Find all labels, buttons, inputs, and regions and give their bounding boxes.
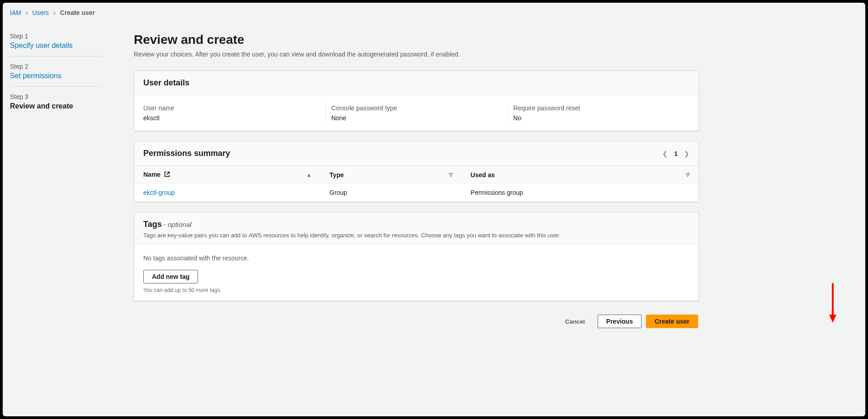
breadcrumb-iam[interactable]: IAM — [10, 9, 21, 16]
breadcrumb-current: Create user — [60, 9, 95, 16]
wizard-steps: Step 1 Specify user details Step 2 Set p… — [7, 33, 102, 328]
footer-actions: Cancel Previous Create user — [134, 311, 699, 328]
tags-panel: Tags - optional Tags are key-value pairs… — [134, 212, 699, 301]
permissions-summary-title: Permissions summary — [143, 149, 230, 158]
tags-description: Tags are key-value pairs you can add to … — [143, 232, 689, 239]
password-type-value: None — [331, 114, 502, 122]
no-tags-message: No tags associated with the resource. — [143, 252, 689, 270]
chevron-right-icon: › — [26, 9, 28, 16]
step2-link[interactable]: Set permissions — [10, 72, 61, 80]
reset-label: Require password reset — [513, 104, 684, 112]
page-description: Review your choices. After you create th… — [134, 51, 699, 58]
sort-icon: ▽ — [686, 172, 689, 178]
create-user-button[interactable]: Create user — [646, 315, 698, 328]
username-value: eksctl — [143, 114, 320, 122]
permissions-summary-panel: Permissions summary ❮ 1 ❯ Nam — [134, 141, 699, 202]
col-used-as[interactable]: Used as ▽ — [462, 166, 698, 184]
tags-optional: - optional — [162, 221, 192, 228]
sort-icon: ▽ — [449, 172, 453, 178]
user-details-title: User details — [143, 78, 189, 88]
reset-value: No — [513, 114, 684, 122]
page-number: 1 — [674, 150, 678, 157]
add-new-tag-button[interactable]: Add new tag — [143, 270, 198, 283]
permissions-table: Name ▲ Type — [134, 166, 698, 202]
step1-link[interactable]: Specify user details — [10, 42, 73, 49]
step1-label: Step 1 — [10, 33, 102, 40]
breadcrumb-users[interactable]: Users — [33, 9, 49, 16]
previous-button[interactable]: Previous — [598, 315, 642, 328]
pagination: ❮ 1 ❯ — [662, 150, 689, 157]
user-details-panel: User details User name eksctl Console pa… — [134, 71, 699, 131]
sort-asc-icon: ▲ — [307, 172, 311, 178]
permission-type: Group — [321, 184, 462, 202]
page-title: Review and create — [134, 33, 699, 47]
step3-label: Step 3 — [10, 93, 102, 100]
external-link-icon — [164, 171, 170, 179]
chevron-right-icon: › — [53, 9, 56, 16]
col-type-label: Type — [330, 171, 344, 179]
password-type-label: Console password type — [331, 104, 502, 112]
table-row: ekctl-group Group Permissions group — [134, 184, 698, 202]
permission-used-as: Permissions group — [462, 184, 698, 202]
permission-name-link[interactable]: ekctl-group — [143, 189, 175, 196]
step2-label: Step 2 — [10, 63, 102, 70]
breadcrumb: IAM › Users › Create user — [7, 9, 861, 20]
username-label: User name — [143, 104, 320, 112]
col-name-label: Name — [143, 171, 160, 178]
tags-hint: You can add up to 50 more tags. — [143, 287, 689, 293]
tags-title: Tags — [143, 220, 162, 229]
col-usedas-label: Used as — [471, 171, 495, 179]
col-name[interactable]: Name ▲ — [134, 166, 321, 184]
page-prev-icon[interactable]: ❮ — [662, 150, 668, 157]
page-next-icon[interactable]: ❯ — [684, 150, 689, 157]
col-type[interactable]: Type ▽ — [321, 166, 462, 184]
step3-current: Review and create — [10, 102, 102, 110]
cancel-button[interactable]: Cancel — [557, 315, 593, 328]
